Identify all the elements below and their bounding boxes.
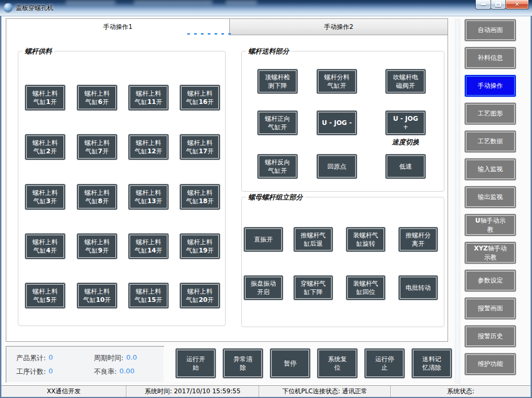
- button-label-line: 自动画面: [465, 26, 516, 34]
- nav-refill-info-button[interactable]: 补料信息: [464, 47, 516, 69]
- window-controls: ✕: [476, 0, 529, 9]
- button-label-line: 螺杆上料: [25, 287, 65, 296]
- nav-manual-operation-button[interactable]: 手动操作: [464, 75, 516, 97]
- button-label-line: 气缸2开: [25, 147, 65, 155]
- push-screw-separate-open-button[interactable]: 推螺杆分离开: [398, 227, 438, 252]
- nav-auto-screen-button[interactable]: 自动画面: [464, 19, 516, 41]
- nav-process-graphic-button[interactable]: 工艺图形: [464, 102, 516, 125]
- nav-xyz-axis-teach-button[interactable]: XYZ轴手动示教: [464, 242, 516, 264]
- screw-load-cylinder-18-open-button[interactable]: 螺杆上料气缸18开: [179, 184, 220, 210]
- nav-input-monitor-button[interactable]: 输入监视: [464, 158, 516, 181]
- button-label-line: U轴手动示: [465, 216, 516, 225]
- controls-bar: 运行开始异常清除暂停系统复位运行停止送料记忆清除: [175, 348, 459, 379]
- screw-load-cylinder-8-open-button[interactable]: 螺杆上料气缸8开: [77, 184, 118, 210]
- top-screw-detect-down-button[interactable]: 顶螺杆检测下降: [257, 69, 298, 94]
- screw-load-cylinder-6-open-button[interactable]: 螺杆上料气缸6开: [77, 85, 118, 111]
- stat-item: 工序计数:0: [16, 367, 94, 376]
- button-label-line: 螺杆上料: [180, 139, 220, 147]
- direct-vibration-open-button[interactable]: 直振开: [243, 227, 283, 252]
- app-icon: [4, 3, 13, 12]
- screw-load-cylinder-11-open-button[interactable]: 螺杆上料气缸11开: [128, 85, 169, 111]
- screw-load-cylinder-13-open-button[interactable]: 螺杆上料气缸13开: [128, 184, 169, 210]
- screw-load-cylinder-4-open-button[interactable]: 螺杆上料气缸4开: [25, 233, 66, 259]
- u-jog-minus-button[interactable]: U - JOG -: [316, 110, 357, 135]
- button-label-line: 气缸开: [317, 81, 357, 90]
- screw-load-cylinder-2-open-button[interactable]: 螺杆上料气缸2开: [25, 134, 66, 160]
- close-button[interactable]: ✕: [505, 0, 529, 9]
- button-label-line: 推螺杆分: [399, 231, 438, 239]
- screwdriver-rotate-button[interactable]: 电批转动: [398, 275, 438, 300]
- screw-load-cylinder-3-open-button[interactable]: 螺杆上料气缸3开: [25, 184, 66, 210]
- button-label-line: 气缸16开: [180, 98, 220, 106]
- low-speed-button[interactable]: 低速: [385, 154, 426, 179]
- status-text: 系统时间: 2017/10/10 15:59:55: [145, 387, 241, 396]
- screw-load-cylinder-16-open-button[interactable]: 螺杆上料气缸16开: [179, 85, 220, 111]
- maximize-button[interactable]: [491, 0, 506, 9]
- button-label-line: 螺杆正向: [258, 114, 297, 123]
- screw-divide-cylinder-open-button[interactable]: 螺杆分料气缸开: [316, 69, 357, 94]
- button-label-line: 磁阀开: [386, 81, 425, 90]
- nav-output-monitor-button[interactable]: 输出监视: [464, 186, 516, 208]
- blow-screw-solenoid-open-button[interactable]: 吹螺杆电磁阀开: [385, 69, 426, 94]
- tab-manual-2[interactable]: 手动操作2: [229, 19, 448, 35]
- pause-button[interactable]: 暂停: [270, 348, 311, 379]
- screw-load-cylinder-1-open-button[interactable]: 螺杆上料气缸1开: [25, 85, 66, 111]
- vibration-plate-on-button[interactable]: 振盘振动开启: [243, 275, 283, 300]
- button-label-line: 螺杆上料: [180, 287, 220, 296]
- button-label-line: 直振开: [244, 235, 283, 244]
- screw-load-cylinder-17-open-button[interactable]: 螺杆上料气缸17开: [179, 134, 220, 160]
- screw-load-cylinder-5-open-button[interactable]: 螺杆上料气缸5开: [25, 282, 66, 309]
- background-glass-blob: [226, 0, 257, 5]
- nav-parameter-setting-button[interactable]: 参数设定: [464, 269, 516, 292]
- nav-process-data-button[interactable]: 工艺数据: [464, 130, 516, 153]
- button-label-line: 螺杆上料: [77, 89, 117, 98]
- button-label-line: 螺杆上料: [180, 89, 220, 98]
- nav-alarm-screen-button[interactable]: 报警画面: [464, 297, 516, 320]
- screw-load-cylinder-19-open-button[interactable]: 螺杆上料气缸19开: [179, 233, 220, 259]
- thread-screw-cylinder-down-button[interactable]: 穿螺杆气缸下降: [293, 275, 333, 300]
- button-label-line: 报警画面: [465, 304, 516, 312]
- screw-load-cylinder-14-open-button[interactable]: 螺杆上料气缸14开: [128, 233, 169, 259]
- button-label-line: 位: [317, 363, 357, 372]
- button-label-line: 螺杆上料: [25, 188, 65, 197]
- assembly-group: 螺母螺杆组立部分 直振开推螺杆气缸后退装螺杆气缸旋转推螺杆分离开振盘振动开启穿螺…: [241, 197, 444, 327]
- minimize-button[interactable]: [475, 0, 491, 9]
- nav-maintenance-button[interactable]: 维护功能: [464, 353, 516, 375]
- error-clear-button[interactable]: 异常清除: [222, 348, 263, 379]
- screw-load-cylinder-20-open-button[interactable]: 螺杆上料气缸20开: [179, 282, 220, 309]
- button-label-line: 气缸8开: [77, 197, 117, 205]
- run-stop-button[interactable]: 运行停止: [364, 348, 405, 379]
- button-label-line: 维护功能: [465, 360, 516, 368]
- load-screw-cylinder-rotate-button[interactable]: 装螺杆气缸旋转: [346, 227, 386, 252]
- button-label-line: 螺杆上料: [180, 238, 220, 246]
- screw-load-cylinder-15-open-button[interactable]: 螺杆上料气缸15开: [128, 282, 169, 309]
- home-return-button[interactable]: 回原点: [316, 154, 357, 179]
- button-label-line: U - JOG: [386, 114, 425, 123]
- screw-load-cylinder-12-open-button[interactable]: 螺杆上料气缸12开: [128, 134, 169, 160]
- screw-reverse-cylinder-open-button[interactable]: 螺杆反向气缸开: [257, 154, 298, 179]
- screw-load-cylinder-7-open-button[interactable]: 螺杆上料气缸7开: [77, 134, 118, 160]
- button-label-line: 示教: [465, 253, 516, 261]
- load-screw-cylinder-return-button[interactable]: 装螺杆气缸回位: [346, 275, 386, 300]
- u-jog-plus-button[interactable]: U - JOG+: [385, 110, 426, 135]
- feed-memory-clear-button[interactable]: 送料记忆清除: [411, 348, 452, 379]
- push-screw-cylinder-back-button[interactable]: 推螺杆气缸后退: [293, 227, 333, 252]
- stats-panel: 产品累计:0周期时间:0.0工序计数:0不良率:0.00: [6, 346, 164, 383]
- button-label-line: 气缸12开: [129, 147, 168, 155]
- button-label-line: XYZ轴手动: [465, 244, 516, 253]
- button-label-line: 输入监视: [465, 165, 516, 173]
- nav-alarm-history-button[interactable]: 报警历史: [464, 325, 516, 348]
- background-glass-blob: [134, 0, 212, 5]
- button-label-line: 螺杆上料: [77, 287, 117, 296]
- screw-forward-cylinder-open-button[interactable]: 螺杆正向气缸开: [257, 110, 298, 135]
- button-label-line: 气缸开: [258, 123, 297, 131]
- button-label-line: 止: [365, 363, 405, 372]
- screw-load-cylinder-10-open-button[interactable]: 螺杆上料气缸10开: [77, 282, 118, 309]
- screw-load-cylinder-9-open-button[interactable]: 螺杆上料气缸9开: [77, 233, 118, 259]
- button-label-line: 开启: [244, 288, 283, 296]
- run-start-button[interactable]: 运行开始: [175, 348, 216, 379]
- button-label-line: 气缸11开: [129, 98, 168, 106]
- nav-u-axis-teach-button[interactable]: U轴手动示教: [464, 214, 516, 236]
- system-reset-button[interactable]: 系统复位: [317, 348, 358, 379]
- button-label-line: 气缸3开: [25, 197, 65, 205]
